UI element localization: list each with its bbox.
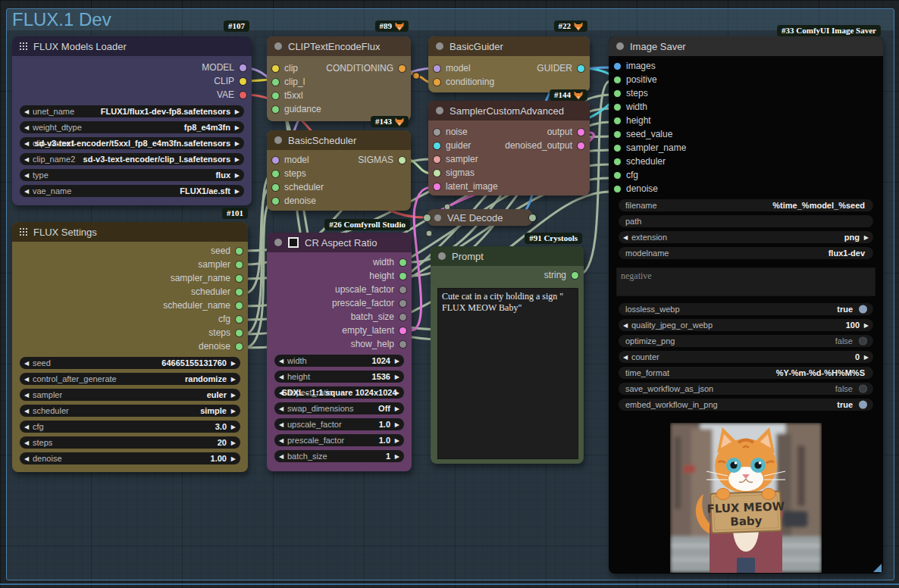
increment-arrow[interactable]: ▶ [235,156,240,163]
decrement-arrow[interactable]: ◀ [24,392,29,399]
increment-arrow[interactable]: ▶ [231,392,236,399]
widget-unet-name[interactable]: ◀unet_nameFLUX1/flux1-dev-fp8.safetensor… [20,105,244,117]
increment-arrow[interactable]: ▶ [235,124,240,131]
increment-arrow[interactable]: ▶ [235,108,240,115]
widget-weight-dtype[interactable]: ◀weight_dtypefp8_e4m3fn▶ [20,121,244,133]
preview-image[interactable]: FLUX MEOW Baby [670,423,822,573]
slot-dot[interactable] [399,65,406,72]
widget-vae-name[interactable]: ◀vae_nameFLUX1/ae.sft▶ [20,185,244,197]
widget-control-after-generate[interactable]: ◀control_after_generaterandomize▶ [20,373,240,385]
slot-dot[interactable] [614,131,621,138]
slot-dot[interactable] [236,275,243,282]
widget-counter[interactable]: ◀counter0▶ [619,351,873,363]
decrement-arrow[interactable]: ◀ [623,354,628,361]
toggle-knob[interactable] [859,385,867,393]
slot-dot[interactable] [272,106,279,113]
node-graph-canvas[interactable]: FLUX.1 Dev [0,0,899,588]
slot-dot[interactable] [572,272,578,279]
negative-textarea[interactable] [616,267,876,296]
group-titlebar[interactable]: FLUX.1 Dev [7,9,894,30]
decrement-arrow[interactable]: ◀ [279,358,283,364]
node-header[interactable]: FLUX Settings [12,222,248,242]
slot-dot[interactable] [272,170,279,177]
widget-type[interactable]: ◀typeflux▶ [20,169,244,181]
decrement-arrow[interactable]: ◀ [24,455,29,462]
increment-arrow[interactable]: ▶ [235,140,240,147]
increment-arrow[interactable]: ▶ [231,360,236,367]
widget-lossless-webp[interactable]: lossless_webptrue [619,303,873,315]
node-header[interactable]: SamplerCustomAdvanced [428,101,590,120]
decrement-arrow[interactable]: ◀ [24,424,29,430]
slot-dot[interactable] [272,184,279,191]
slot-dot[interactable] [434,170,440,177]
increment-arrow[interactable]: ▶ [395,374,399,380]
slot-dot[interactable] [434,65,440,72]
checkbox-icon[interactable] [288,237,299,248]
decrement-arrow[interactable]: ◀ [279,374,283,380]
slot-dot[interactable] [272,65,279,72]
decrement-arrow[interactable]: ◀ [24,376,29,383]
widget-embed-workflow-in-png[interactable]: embed_workflow_in_pngtrue [619,399,873,411]
decrement-arrow[interactable]: ◀ [24,360,29,367]
widget-aspect-ratio[interactable]: ◀aspect_ratioSDXL - 1:1 square 1024x1024… [274,386,404,399]
node-prompt[interactable]: Prompt string Cute cat in a city holding… [431,246,584,464]
collapse-icon[interactable] [438,252,446,260]
node-clip-text-encode-flux[interactable]: CLIPTextEncodeFlux clip CONDITIONING cli… [267,36,411,121]
node-header[interactable]: BasicScheduler [267,130,411,150]
slot-dot[interactable] [614,117,621,124]
widget-quality-jpeg-or-webp[interactable]: ◀quality_jpeg_or_webp100▶ [619,319,873,331]
widget-swap-dimensions[interactable]: ◀swap_dimensionsOff▶ [274,402,404,414]
decrement-arrow[interactable]: ◀ [279,405,283,412]
decrement-arrow[interactable]: ◀ [24,108,29,115]
slot-dot[interactable] [399,327,406,334]
decrement-arrow[interactable]: ◀ [279,421,283,428]
slot-dot[interactable] [529,214,536,221]
slot-dot[interactable] [434,129,440,136]
slot-dot[interactable] [240,78,246,85]
increment-arrow[interactable]: ▶ [864,322,869,329]
slot-dot[interactable] [236,261,243,268]
slot-dot[interactable] [236,289,243,296]
slot-dot[interactable] [272,92,279,99]
slot-dot[interactable] [399,300,406,307]
slot-dot[interactable] [240,92,246,99]
slot-dot[interactable] [578,142,584,149]
increment-arrow[interactable]: ▶ [395,421,399,428]
slot-dot[interactable] [236,330,243,336]
widget-filename[interactable]: filename%time_%model_%seed [619,199,873,211]
increment-arrow[interactable]: ▶ [231,455,236,462]
widget-path[interactable]: path [619,215,873,227]
slot-dot[interactable] [614,90,621,97]
node-basic-guider[interactable]: BasicGuider model GUIDER conditioning [428,36,590,92]
slot-dot[interactable] [614,172,621,179]
node-header[interactable]: FLUX Models Loader [12,36,252,56]
slot-dot[interactable] [434,142,440,149]
slot-dot[interactable] [236,302,243,309]
decrement-arrow[interactable]: ◀ [24,408,29,414]
decrement-arrow[interactable]: ◀ [623,234,628,241]
increment-arrow[interactable]: ▶ [395,405,399,412]
decrement-arrow[interactable]: ◀ [24,124,29,131]
collapse-icon[interactable] [274,136,282,144]
increment-arrow[interactable]: ▶ [864,234,869,241]
toggle-knob[interactable] [859,401,867,409]
increment-arrow[interactable]: ▶ [231,408,236,414]
node-sampler-custom-advanced[interactable]: SamplerCustomAdvanced noise output guide… [428,101,590,195]
widget-extension[interactable]: ◀extensionpng▶ [619,231,873,243]
node-cr-aspect-ratio[interactable]: CR Aspect Ratio width height upscale_fac… [267,233,412,471]
collapse-icon[interactable] [274,239,282,246]
widget-optimize-png[interactable]: optimize_pngfalse [619,335,873,347]
decrement-arrow[interactable]: ◀ [279,437,283,444]
slot-dot[interactable] [434,79,440,86]
slot-dot[interactable] [424,214,431,221]
slot-dot[interactable] [399,259,406,266]
prompt-textarea[interactable]: Cute cat in a city holding a sign " FLUX… [437,288,578,459]
slot-dot[interactable] [240,64,246,71]
slot-dot[interactable] [236,343,243,350]
grid-icon[interactable] [20,228,27,236]
decrement-arrow[interactable]: ◀ [24,140,29,147]
decrement-arrow[interactable]: ◀ [24,188,29,195]
slot-dot[interactable] [399,273,406,280]
collapse-icon[interactable] [436,107,443,114]
resize-handle[interactable] [873,564,882,572]
